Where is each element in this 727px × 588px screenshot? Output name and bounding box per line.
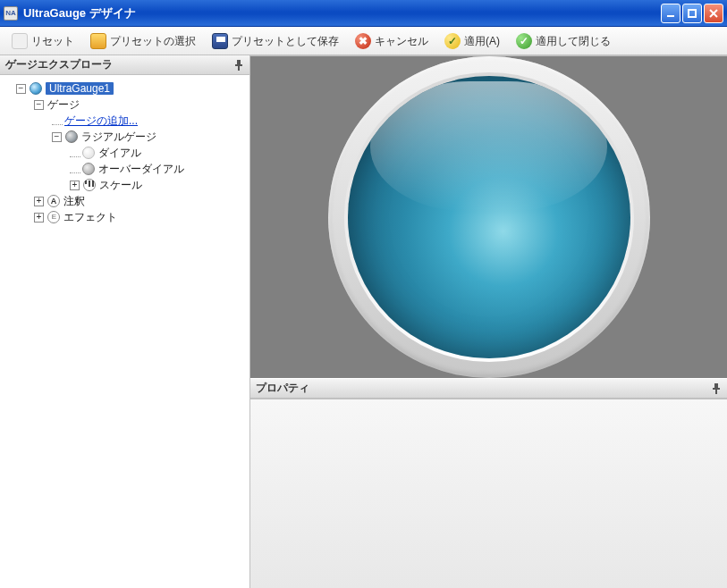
tree-node-scale[interactable]: + スケール	[4, 177, 246, 193]
save-icon	[212, 33, 228, 49]
expand-toggle[interactable]: −	[34, 100, 44, 110]
select-preset-label: プリセットの選択	[110, 34, 196, 49]
svg-rect-7	[714, 383, 718, 388]
close-button[interactable]	[704, 4, 723, 23]
expand-toggle[interactable]: +	[70, 181, 80, 190]
apply-label: 適用(A)	[464, 34, 500, 49]
tree-line	[52, 117, 63, 125]
folder-icon	[90, 33, 106, 49]
svg-rect-4	[237, 60, 241, 64]
gauge-preview	[250, 56, 727, 378]
cancel-button[interactable]: ✖ キャンセル	[349, 30, 435, 52]
svg-rect-5	[235, 64, 242, 66]
expand-toggle[interactable]: +	[34, 197, 44, 206]
apply-icon: ✓	[444, 33, 461, 49]
explorer-title: ゲージエクスプローラ	[5, 57, 113, 72]
over-dial-icon	[82, 163, 95, 175]
gauge-ring	[344, 72, 634, 362]
tree-label-effect: エフェクト	[63, 210, 117, 225]
tree-label-root: UltraGauge1	[46, 82, 114, 95]
properties-title: プロパティ	[256, 381, 309, 396]
cancel-icon: ✖	[355, 33, 371, 49]
tree-label-radial: ラジアルゲージ	[81, 130, 156, 145]
expand-toggle[interactable]: −	[52, 132, 62, 142]
tree-node-dial[interactable]: ダイアル	[4, 145, 246, 161]
radial-gauge-icon	[65, 130, 78, 143]
tree-node-root[interactable]: − UltraGauge1	[4, 80, 246, 97]
tree-node-gauge[interactable]: − ゲージ	[4, 97, 246, 113]
tree-line	[70, 149, 80, 157]
select-preset-button[interactable]: プリセットの選択	[84, 30, 202, 52]
explorer-tree[interactable]: − UltraGauge1 − ゲージ ゲージの追加... − ラジアルゲージ	[0, 75, 249, 588]
cancel-label: キャンセル	[375, 34, 428, 49]
gauge-bezel	[328, 56, 650, 378]
maximize-button[interactable]	[682, 4, 702, 23]
apply-close-button[interactable]: ✓ 適用して閉じる	[510, 30, 617, 52]
tree-label-annotation: 注釈	[63, 194, 85, 209]
pin-icon[interactable]	[711, 383, 722, 394]
svg-rect-6	[238, 66, 240, 71]
app-icon: NA	[4, 6, 18, 21]
svg-rect-1	[689, 10, 696, 17]
minimize-button[interactable]	[661, 4, 681, 23]
svg-rect-9	[715, 390, 717, 394]
effect-icon: E	[47, 211, 60, 223]
tree-label-scale: スケール	[99, 178, 142, 193]
annotation-icon: A	[47, 195, 60, 207]
save-preset-label: プリセットとして保存	[232, 34, 339, 49]
gauge-face	[348, 76, 630, 358]
globe-icon	[30, 82, 42, 95]
tree-node-effect[interactable]: + E エフェクト	[4, 209, 246, 225]
properties-header: プロパティ	[250, 379, 727, 399]
window-title: UltraGauge デザイナ	[23, 5, 136, 21]
pin-icon[interactable]	[233, 60, 244, 71]
tree-label-overdial: オーバーダイアル	[98, 162, 184, 177]
apply-close-label: 適用して閉じる	[536, 34, 611, 49]
toolbar: リセット プリセットの選択 プリセットとして保存 ✖ キャンセル ✓ 適用(A)…	[0, 27, 727, 55]
explorer-header: ゲージエクスプローラ	[0, 55, 249, 75]
add-gauge-link[interactable]: ゲージの追加...	[64, 113, 138, 129]
tree-line	[70, 165, 80, 173]
tree-label-dial: ダイアル	[98, 146, 141, 161]
tree-node-radial-gauge[interactable]: − ラジアルゲージ	[4, 129, 246, 145]
save-preset-button[interactable]: プリセットとして保存	[206, 30, 345, 52]
svg-rect-8	[713, 388, 720, 390]
properties-body	[250, 399, 727, 588]
reset-button[interactable]: リセット	[5, 30, 80, 52]
window-controls	[661, 4, 723, 23]
tree-node-add-gauge[interactable]: ゲージの追加...	[4, 113, 246, 129]
right-panel: プロパティ	[250, 55, 727, 588]
dial-icon	[82, 147, 95, 159]
tree-node-over-dial[interactable]: オーバーダイアル	[4, 161, 246, 177]
titlebar: NA UltraGauge デザイナ	[0, 0, 727, 27]
gauge-explorer-panel: ゲージエクスプローラ − UltraGauge1 − ゲージ ゲージの追加...…	[0, 55, 250, 588]
tree-label-gauge: ゲージ	[47, 97, 80, 113]
content-area: ゲージエクスプローラ − UltraGauge1 − ゲージ ゲージの追加...…	[0, 55, 727, 588]
scale-icon	[83, 179, 96, 191]
apply-button[interactable]: ✓ 適用(A)	[438, 30, 506, 52]
expand-toggle[interactable]: +	[34, 213, 44, 223]
properties-panel: プロパティ	[250, 378, 727, 588]
apply-close-icon: ✓	[516, 33, 532, 49]
svg-rect-0	[667, 15, 674, 17]
gauge-highlight	[370, 81, 607, 211]
reset-icon	[12, 33, 28, 49]
reset-label: リセット	[31, 34, 74, 49]
tree-node-annotation[interactable]: + A 注釈	[4, 193, 246, 209]
expand-toggle[interactable]: −	[16, 84, 26, 94]
